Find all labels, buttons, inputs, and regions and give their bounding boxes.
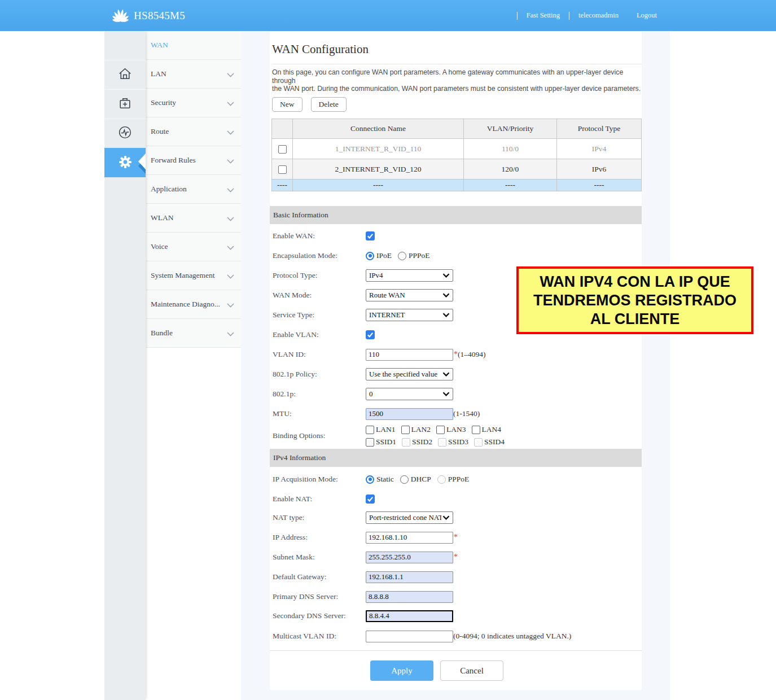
sidebar-item-forward-rules[interactable]: Forward Rules [146, 146, 241, 175]
subnet-mask-input[interactable] [366, 552, 453, 563]
cancel-button[interactable]: Cancel [440, 660, 503, 681]
sidebar-item-route[interactable]: Route [146, 117, 241, 146]
delete-button[interactable]: Delete [311, 97, 347, 112]
primary-dns-input[interactable] [366, 591, 453, 603]
8021p-policy-select[interactable]: Use the specified value [366, 368, 453, 380]
wan-connections-table: Connection Name VLAN/Priority Protocol T… [271, 119, 642, 191]
huawei-logo-icon [111, 6, 130, 25]
home-nav-button[interactable] [104, 60, 146, 89]
connection-name-cell: 1_INTERNET_R_VID_110 [293, 139, 464, 159]
footer-divider [270, 650, 642, 651]
lan1-checkbox[interactable] [366, 426, 374, 434]
sidebar-item-application[interactable]: Application [146, 175, 241, 204]
required-asterisk: * [454, 533, 458, 542]
pppoe-radio[interactable] [398, 252, 406, 260]
enable-wan-checkbox[interactable] [366, 231, 375, 240]
ssid3-checkbox[interactable] [438, 438, 446, 447]
apply-button[interactable]: Apply [370, 660, 433, 681]
annotation-line: TENDREMOS REGISTRADO [533, 291, 736, 310]
table-toolbar: New Delete [272, 97, 355, 112]
row-checkbox[interactable] [278, 145, 287, 154]
select-chevron-icon [442, 273, 450, 278]
service-type-select[interactable]: INTERNET [366, 309, 453, 321]
select-chevron-icon [442, 293, 450, 298]
logout-link[interactable]: Logout [628, 11, 666, 20]
chevron-down-icon [227, 98, 234, 108]
select-chevron-icon [442, 372, 450, 377]
8021p-select[interactable]: 0 [366, 388, 453, 400]
dhcp-radio[interactable] [400, 475, 409, 484]
field-mtu: MTU: (1-1540) [270, 406, 642, 422]
vlan-priority-cell: 120/0 [464, 159, 557, 180]
chevron-down-icon [227, 300, 234, 310]
enable-nat-checkbox[interactable] [366, 495, 375, 504]
static-radio[interactable] [366, 475, 374, 484]
table-row: 2_INTERNET_R_VID_120 120/0 IPv6 [272, 159, 642, 180]
rail-spacer [104, 31, 146, 60]
sidebar-item-security[interactable]: Security [146, 89, 241, 117]
diagnose-wave-icon [117, 125, 133, 142]
pppoe-acquisition-radio[interactable] [437, 475, 446, 484]
lan2-checkbox[interactable] [401, 426, 410, 434]
required-asterisk: * [454, 350, 458, 359]
field-nat-type: NAT type: Port-restricted cone NAT [270, 510, 642, 526]
connection-name-cell: 2_INTERNET_R_VID_120 [293, 159, 464, 180]
field-enable-wan: Enable WAN: [270, 228, 642, 244]
app-header: HS8545M5 Fast Setting telecomadmin Logou… [0, 0, 776, 31]
ssid4-checkbox[interactable] [474, 438, 483, 447]
ssid2-checkbox[interactable] [402, 438, 410, 447]
device-model-title: HS8545M5 [134, 10, 185, 22]
sidebar-item-maintenance-diagnose[interactable]: Maintenance Diagno... [146, 290, 241, 319]
ip-address-input[interactable] [366, 532, 453, 544]
ipv4-information-section-header: IPv4 Information [270, 449, 642, 467]
fast-setting-link[interactable]: Fast Setting [518, 11, 569, 20]
sidebar-item-wan[interactable]: WAN [146, 31, 241, 60]
page-title: WAN Configuration [272, 42, 369, 56]
connection-name-header: Connection Name [293, 119, 464, 139]
field-subnet-mask: Subnet Mask: * [270, 549, 642, 565]
multicast-vlan-input[interactable] [366, 631, 453, 642]
mtu-input[interactable] [366, 408, 453, 420]
lan4-checkbox[interactable] [472, 426, 480, 434]
wan-configuration-panel: WAN Configuration On this page, you can … [270, 31, 642, 690]
lan3-checkbox[interactable] [436, 426, 445, 434]
sidebar-item-voice[interactable]: Voice [146, 233, 241, 261]
chevron-down-icon [227, 156, 234, 166]
field-ip-address: IP Address: * [270, 530, 642, 545]
secondary-dns-input[interactable] [366, 610, 453, 622]
sidebar-item-bundle[interactable]: Bundle [146, 319, 241, 348]
chevron-down-icon [227, 271, 234, 281]
default-gateway-input[interactable] [366, 571, 453, 583]
field-vlan-id: VLAN ID: * (1–4094) [270, 347, 642, 362]
basic-information-section-header: Basic Information [270, 206, 642, 224]
sidebar-icon-rail [104, 31, 146, 700]
field-8021p-policy: 802.1p Policy: Use the specified value [270, 366, 642, 382]
page-description: On this page, you can configure WAN port… [272, 68, 642, 93]
table-row: 1_INTERNET_R_VID_110 110/0 IPv4 [272, 139, 642, 159]
username-link[interactable]: telecomadmin [569, 11, 628, 20]
sidebar-menu: WAN LAN Security Route Forward Rules App… [146, 31, 241, 348]
ipoe-radio[interactable] [366, 252, 374, 260]
enable-vlan-checkbox[interactable] [366, 330, 375, 339]
diagnose-nav-button[interactable] [104, 119, 146, 148]
row-checkbox[interactable] [278, 165, 287, 174]
field-enable-nat: Enable NAT: [270, 491, 642, 507]
wan-mode-select[interactable]: Route WAN [366, 289, 453, 301]
chevron-down-icon [227, 185, 234, 195]
chevron-down-icon [227, 213, 234, 224]
annotation-line: WAN IPV4 CON LA IP QUE [540, 273, 730, 291]
sidebar-item-wlan[interactable]: WLAN [146, 204, 241, 233]
vlan-id-input[interactable] [366, 349, 453, 361]
new-button[interactable]: New [272, 97, 302, 112]
settings-gear-icon [117, 154, 133, 172]
ssid1-checkbox[interactable] [366, 438, 374, 447]
nat-type-select[interactable]: Port-restricted cone NAT [366, 511, 453, 524]
sidebar-item-system-management[interactable]: System Management [146, 261, 241, 290]
protocol-type-header: Protocol Type [557, 119, 642, 139]
service-nav-button[interactable] [104, 89, 146, 119]
select-chevron-icon [442, 313, 450, 317]
settings-nav-button[interactable] [104, 148, 146, 177]
sidebar-item-lan[interactable]: LAN [146, 60, 241, 89]
chevron-down-icon [227, 127, 234, 137]
protocol-type-select[interactable]: IPv4 [366, 269, 453, 282]
